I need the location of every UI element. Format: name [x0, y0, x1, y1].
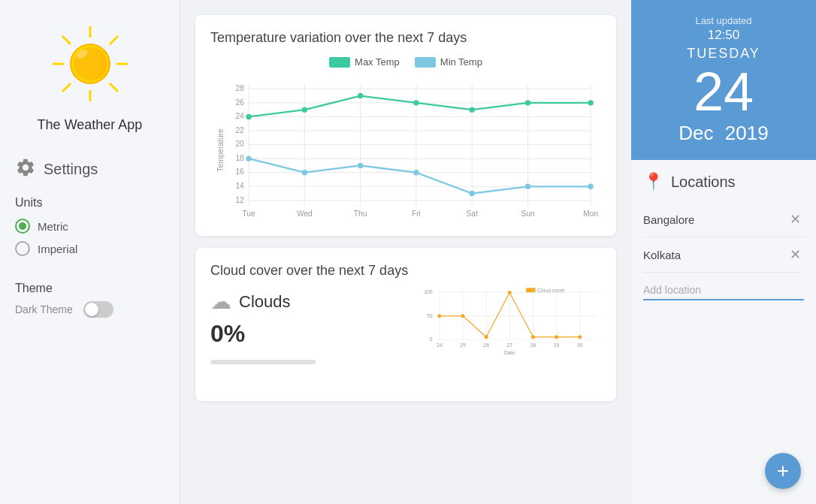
cloud-bar — [210, 360, 316, 364]
location-item-bangalore: Bangalore ✕ — [643, 202, 804, 237]
svg-point-52 — [302, 170, 307, 175]
svg-text:12: 12 — [235, 196, 244, 204]
svg-point-48 — [470, 107, 475, 112]
svg-text:25: 25 — [460, 343, 466, 348]
svg-text:20: 20 — [235, 140, 244, 148]
sun-icon — [49, 23, 131, 105]
svg-text:29: 29 — [554, 343, 560, 348]
cloud-percent: 0% — [210, 320, 408, 348]
svg-text:Sun: Sun — [521, 210, 534, 218]
month-year: Dec 2019 — [643, 122, 804, 145]
svg-point-57 — [588, 184, 593, 189]
svg-text:26: 26 — [235, 98, 244, 107]
svg-text:30: 30 — [577, 343, 583, 348]
main-content: Temperature variation over the next 7 da… — [180, 0, 631, 504]
cloud-label: Clouds — [239, 292, 290, 312]
month: Dec — [678, 122, 713, 144]
settings-header: Settings — [15, 157, 165, 181]
temp-chart-title: Temperature variation over the next 7 da… — [210, 30, 601, 46]
svg-point-53 — [358, 163, 363, 168]
pin-icon: 📍 — [643, 172, 663, 192]
locations-title: Locations — [671, 174, 736, 191]
gear-icon — [15, 157, 36, 181]
svg-point-44 — [246, 114, 251, 119]
svg-text:0: 0 — [430, 337, 433, 342]
svg-text:50: 50 — [427, 313, 433, 318]
svg-text:Wed: Wed — [297, 210, 313, 218]
svg-line-6 — [110, 36, 118, 44]
min-temp-legend: Min Temp — [415, 56, 482, 68]
day-name: TUESDAY — [643, 46, 804, 62]
min-temp-legend-label: Min Temp — [440, 56, 482, 68]
svg-text:14: 14 — [235, 182, 244, 190]
metric-radio[interactable]: Metric — [15, 219, 165, 234]
sidebar: The Weather App Settings Units Metric Im… — [0, 0, 180, 504]
svg-text:Cloud cover: Cloud cover — [537, 288, 565, 293]
svg-point-85 — [531, 335, 535, 339]
fab-add-button[interactable]: + — [765, 453, 801, 489]
svg-text:Mon: Mon — [583, 210, 598, 218]
svg-text:28: 28 — [235, 84, 244, 92]
svg-text:18: 18 — [235, 154, 244, 162]
svg-text:Temperature: Temperature — [216, 128, 225, 172]
svg-point-50 — [588, 100, 593, 105]
location-name-bangalore: Bangalore — [643, 213, 694, 226]
svg-point-87 — [578, 335, 582, 339]
svg-text:Tue: Tue — [242, 210, 255, 218]
svg-point-49 — [525, 100, 530, 105]
imperial-radio-circle — [15, 241, 30, 256]
svg-text:27: 27 — [507, 343, 513, 348]
metric-label: Metric — [38, 220, 68, 233]
settings-label: Settings — [44, 161, 98, 178]
add-location-input[interactable] — [643, 284, 804, 300]
svg-text:28: 28 — [530, 343, 536, 348]
svg-point-51 — [246, 155, 251, 161]
imperial-radio[interactable]: Imperial — [15, 241, 165, 256]
max-temp-legend-box — [329, 57, 350, 68]
svg-line-5 — [110, 83, 118, 92]
svg-point-84 — [508, 291, 512, 294]
svg-text:24: 24 — [235, 112, 244, 120]
last-updated-time: 12:50 — [643, 28, 804, 43]
location-name-kolkata: Kolkata — [643, 249, 681, 261]
svg-point-86 — [555, 335, 558, 339]
theme-row: Dark Theme — [15, 301, 165, 318]
svg-point-83 — [485, 335, 488, 339]
svg-text:24: 24 — [437, 343, 443, 348]
cloud-chart-svg: .c-axis { font: 11px Arial; fill: #999; … — [423, 263, 601, 383]
right-panel-body: 📍 Locations Bangalore ✕ Kolkata ✕ + — [631, 160, 816, 504]
svg-point-82 — [461, 314, 465, 318]
svg-text:100: 100 — [424, 289, 433, 294]
remove-bangalore-button[interactable]: ✕ — [787, 211, 804, 228]
cloud-icon: ☁ — [210, 289, 231, 314]
temp-legend: Max Temp Min Temp — [210, 56, 601, 68]
dark-theme-toggle[interactable] — [83, 301, 113, 318]
temp-chart-svg: .axis-text { font: 11px Arial; fill: #99… — [210, 75, 601, 225]
svg-line-7 — [62, 83, 71, 92]
theme-title: Theme — [15, 282, 165, 295]
locations-header: 📍 Locations — [643, 172, 804, 192]
svg-text:26: 26 — [483, 343, 489, 348]
svg-text:22: 22 — [235, 126, 244, 134]
svg-point-46 — [358, 93, 363, 98]
right-panel: Last updated 12:50 TUESDAY 24 Dec 2019 📍… — [631, 0, 816, 504]
svg-point-45 — [302, 107, 307, 112]
date-header: Last updated 12:50 TUESDAY 24 Dec 2019 — [631, 0, 816, 160]
remove-kolkata-button[interactable]: ✕ — [787, 246, 804, 263]
metric-radio-circle — [15, 219, 30, 234]
year: 2019 — [725, 122, 769, 144]
max-temp-legend: Max Temp — [329, 56, 400, 68]
app-title: The Weather App — [38, 117, 143, 133]
svg-text:Date: Date — [504, 350, 515, 355]
last-updated-label: Last updated — [643, 15, 804, 26]
units-section: Units Metric Imperial — [15, 196, 165, 264]
cloud-icon-label: ☁ Clouds — [210, 289, 408, 314]
svg-text:Sat: Sat — [467, 210, 478, 218]
svg-point-47 — [413, 100, 419, 105]
svg-rect-58 — [526, 288, 535, 292]
svg-point-55 — [470, 191, 475, 196]
temp-chart-card: Temperature variation over the next 7 da… — [195, 15, 616, 236]
cloud-cover-card: Cloud cover over the next 7 days ☁ Cloud… — [195, 248, 616, 401]
cloud-chart-title: Cloud cover over the next 7 days — [210, 263, 408, 279]
svg-line-4 — [62, 36, 71, 44]
